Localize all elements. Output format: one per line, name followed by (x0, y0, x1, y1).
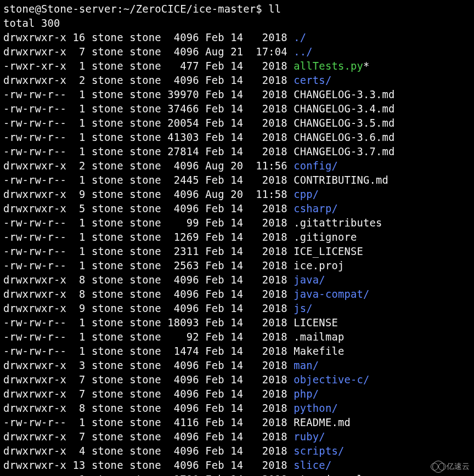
file-name: CHANGELOG-3.4.md (294, 103, 394, 115)
listing-row: -rw-rw-r-- 1 stone stone 41303 Feb 14 20… (3, 132, 394, 143)
listing-row: -rw-rw-r-- 1 stone stone 1790 Feb 14 201… (3, 474, 363, 476)
file-name: .gitignore (294, 231, 357, 243)
file-name: README.md (294, 417, 351, 428)
listing-row: drwxrwxr-x 2 stone stone 4096 Aug 20 11:… (3, 160, 338, 172)
listing-row: drwxrwxr-x 4 stone stone 4096 Feb 14 201… (3, 445, 344, 457)
listing-row: drwxrwxr-x 3 stone stone 4096 Feb 14 201… (3, 360, 319, 371)
file-name: .mailmap (294, 331, 344, 343)
file-name: CHANGELOG-3.7.md (294, 146, 394, 157)
file-name: .travis.yml (294, 474, 363, 476)
file-name: .gitattributes (294, 217, 382, 229)
listing-row: drwxrwxr-x 2 stone stone 4096 Feb 14 201… (3, 75, 331, 86)
listing-row: drwxrwxr-x 8 stone stone 4096 Feb 14 201… (3, 274, 325, 286)
listing-row: drwxrwxr-x 16 stone stone 4096 Feb 14 20… (3, 32, 306, 43)
file-name: slice/ (294, 460, 331, 471)
listing-row: drwxrwxr-x 7 stone stone 4096 Feb 14 201… (3, 374, 369, 386)
file-name: ICE_LICENSE (294, 246, 363, 257)
watermark: 亿速云 (432, 461, 470, 473)
listing-row: -rw-rw-r-- 1 stone stone 4116 Feb 14 201… (3, 417, 351, 428)
file-name: CONTRIBUTING.md (294, 174, 388, 186)
listing-row: drwxrwxr-x 9 stone stone 4096 Feb 14 201… (3, 303, 313, 314)
file-name: ./ (294, 32, 306, 43)
file-name: ruby/ (294, 431, 325, 443)
listing-row: -rw-rw-r-- 1 stone stone 2311 Feb 14 201… (3, 246, 363, 257)
file-name: man/ (294, 360, 319, 371)
file-name: php/ (294, 388, 319, 400)
listing-row: -rw-rw-r-- 1 stone stone 2445 Feb 14 201… (3, 174, 388, 186)
watermark-logo-icon (432, 461, 444, 473)
listing-row: -rw-rw-r-- 1 stone stone 18093 Feb 14 20… (3, 317, 338, 328)
listing-row: drwxrwxr-x 7 stone stone 4096 Feb 14 201… (3, 388, 319, 400)
listing-row: -rw-rw-r-- 1 stone stone 39970 Feb 14 20… (3, 89, 394, 100)
listing-row: -rw-rw-r-- 1 stone stone 1474 Feb 14 201… (3, 345, 344, 357)
listing-row: -rw-rw-r-- 1 stone stone 27814 Feb 14 20… (3, 146, 394, 157)
terminal-output[interactable]: stone@Stone-server:~/ZeroCICE/ice-master… (0, 0, 474, 476)
file-name: python/ (294, 403, 338, 414)
listing-row: -rw-rw-r-- 1 stone stone 37466 Feb 14 20… (3, 103, 394, 115)
file-name: Makefile (294, 345, 344, 357)
listing-row: -rw-rw-r-- 1 stone stone 1269 Feb 14 201… (3, 231, 357, 243)
listing-row: -rw-rw-r-- 1 stone stone 2563 Feb 14 201… (3, 260, 344, 271)
file-name: CHANGELOG-3.5.md (294, 117, 394, 129)
file-name: java/ (294, 274, 325, 286)
listing-row: drwxrwxr-x 9 stone stone 4096 Aug 20 11:… (3, 189, 319, 200)
file-name: scripts/ (294, 445, 344, 457)
listing-row: -rwxr-xr-x 1 stone stone 477 Feb 14 2018… (3, 60, 369, 72)
file-name: java-compat/ (294, 288, 369, 300)
file-name: objective-c/ (294, 374, 369, 386)
listing-row: -rw-rw-r-- 1 stone stone 92 Feb 14 2018 … (3, 331, 344, 343)
file-name: cpp/ (294, 189, 319, 200)
file-name: LICENSE (294, 317, 338, 328)
listing-row: drwxrwxr-x 8 stone stone 4096 Feb 14 201… (3, 403, 338, 414)
watermark-text: 亿速云 (447, 462, 470, 472)
file-name: csharp/ (294, 203, 338, 214)
command-text: ll (268, 3, 281, 15)
listing-row: drwxrwxr-x 8 stone stone 4096 Feb 14 201… (3, 288, 369, 300)
file-name: ../ (294, 46, 313, 58)
listing-row: drwxrwxr-x 5 stone stone 4096 Feb 14 201… (3, 203, 338, 214)
file-name: config/ (294, 160, 338, 172)
file-name: CHANGELOG-3.3.md (294, 89, 394, 100)
prompt-line: stone@Stone-server:~/ZeroCICE/ice-master… (3, 3, 268, 15)
total-line: total 300 (3, 18, 60, 29)
file-name: CHANGELOG-3.6.md (294, 132, 394, 143)
file-name: js/ (294, 303, 313, 314)
file-name: certs/ (294, 75, 331, 86)
listing-row: drwxrwxr-x 7 stone stone 4096 Aug 21 17:… (3, 46, 313, 58)
listing-row: drwxrwxr-x 7 stone stone 4096 Feb 14 201… (3, 431, 325, 443)
listing-row: -rw-rw-r-- 1 stone stone 99 Feb 14 2018 … (3, 217, 382, 229)
listing-row: -rw-rw-r-- 1 stone stone 20054 Feb 14 20… (3, 117, 394, 129)
listing-row: drwxrwxr-x 13 stone stone 4096 Feb 14 20… (3, 460, 331, 471)
file-name: ice.proj (294, 260, 344, 271)
file-name: allTests.py (294, 60, 363, 72)
